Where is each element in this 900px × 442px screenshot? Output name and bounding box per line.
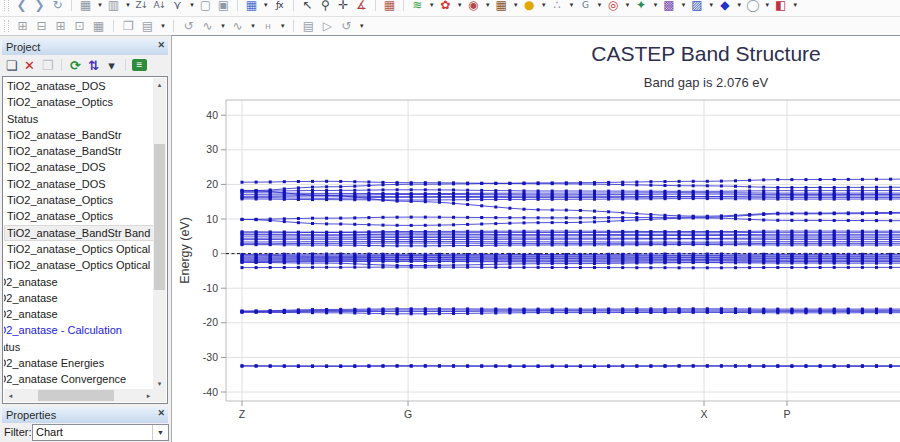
page-forward-icon[interactable]: ❯ [32, 0, 47, 13]
chevron-down-icon[interactable]: ▼ [97, 2, 103, 8]
chevron-down-icon[interactable]: ▼ [152, 425, 168, 440]
project-tree-item[interactable]: Status [4, 339, 155, 355]
project-tree-item[interactable]: TiO2_anatase_BandStr [4, 127, 155, 143]
study-table-icon[interactable]: ▦ [382, 0, 397, 13]
tree-vscrollbar[interactable]: ▴ ▾ [153, 78, 166, 390]
measure-icon[interactable]: ∡ [354, 0, 369, 13]
chevron-down-icon[interactable]: ▼ [457, 2, 463, 8]
chevron-down-icon[interactable]: ▼ [569, 2, 575, 8]
new-document-icon[interactable]: ❏ [4, 58, 19, 73]
project-tree-item[interactable]: TiO2_anatase_DOS [4, 176, 155, 192]
chevron-down-icon[interactable]: ▼ [541, 2, 547, 8]
insert-cell-icon[interactable]: ⊞ [53, 19, 68, 34]
module-morphology-icon[interactable]: ∴ [550, 0, 565, 13]
project-tree-item[interactable]: TiO2_anatase - Calculation [4, 322, 155, 338]
project-tree-item[interactable]: TiO2_anatase_Optics Optical Properties [4, 241, 155, 257]
function-icon[interactable]: ƒx [272, 0, 287, 13]
module-dmol-icon[interactable]: ✦ [633, 0, 648, 13]
project-tree-item[interactable]: TiO2_anatase_Optics [4, 208, 155, 224]
duplicate-icon[interactable]: ❐ [40, 58, 55, 73]
scroll-up-icon[interactable]: ▴ [153, 78, 166, 91]
sort-descending-icon[interactable]: Z↓ [134, 0, 149, 13]
project-tree-item[interactable]: TiO2_anatase [4, 274, 155, 290]
color-map-icon[interactable]: ▦ [244, 0, 259, 13]
chevron-down-icon[interactable]: ▼ [513, 2, 519, 8]
refresh-icon[interactable]: ⟳ [68, 58, 83, 73]
page-back-icon[interactable]: ❮ [14, 0, 29, 13]
cell-format-icon[interactable]: ▢ [198, 0, 213, 13]
bond-single-icon[interactable]: ∿ [200, 19, 215, 34]
chevron-down-icon[interactable]: ▼ [708, 2, 714, 8]
chart-display-icon[interactable]: ▥ [106, 0, 121, 13]
delete-item-icon[interactable]: ✕ [22, 58, 37, 73]
table-display-icon[interactable]: ▦ [78, 0, 93, 13]
filter-rows-icon[interactable]: ⋎ [170, 0, 185, 13]
module-forcite-icon[interactable]: ≋ [410, 0, 425, 13]
translate-view-icon[interactable]: ✛ [336, 0, 351, 13]
cell-style-icon[interactable]: ▣ [216, 0, 231, 13]
chevron-down-icon[interactable]: ▼ [189, 2, 195, 8]
scroll-left-icon[interactable]: ◂ [4, 389, 17, 402]
adjust-hydrogen-icon[interactable]: ʜ [260, 19, 275, 34]
sketch-ring-icon[interactable]: ↺ [181, 19, 196, 34]
sort-ascending-icon[interactable]: A↓ [152, 0, 167, 13]
insert-column-icon[interactable]: ⊟ [34, 19, 49, 34]
library-book-icon[interactable]: ≡ [132, 59, 147, 71]
record-script-icon[interactable]: ↺ [339, 19, 354, 34]
project-tree-item[interactable]: TiO2_anatase_BandStr Band Structure [4, 225, 155, 241]
chevron-down-icon[interactable]: ▼ [250, 23, 256, 29]
chevron-down-icon[interactable]: ▼ [280, 23, 286, 29]
insert-row-icon[interactable]: ⊞ [15, 19, 30, 34]
chevron-down-icon[interactable]: ▼ [125, 2, 131, 8]
chevron-down-icon[interactable]: ▼ [597, 2, 603, 8]
vscroll-thumb[interactable] [154, 144, 165, 290]
project-tree-item[interactable]: TiO2_anatase_DOS [4, 78, 155, 94]
chevron-down-icon[interactable]: ▼ [220, 23, 226, 29]
paste-special-icon[interactable]: ❐ [121, 19, 136, 34]
hscroll-thumb[interactable] [38, 390, 114, 401]
module-onetep-icon[interactable]: ▩ [661, 0, 676, 13]
table-properties-icon[interactable]: ▦ [91, 19, 106, 34]
module-conformers-icon[interactable]: ◉ [466, 0, 481, 13]
chevron-down-icon[interactable]: ▼ [359, 23, 365, 29]
project-tree-item[interactable]: TiO2_anatase_Optics [4, 192, 155, 208]
module-blends-icon[interactable]: ▦ [494, 0, 509, 13]
module-amorphous-icon[interactable]: ✿ [438, 0, 453, 13]
bond-double-icon[interactable]: ∿ [230, 19, 245, 34]
project-tree-item[interactable]: TiO2_anatase Energies [4, 355, 155, 371]
project-tree-item[interactable]: TiO2_anatase_DOS [4, 159, 155, 175]
module-reflex-icon[interactable]: ◧ [773, 0, 788, 13]
chevron-down-icon[interactable]: ▼ [263, 2, 269, 8]
module-gulp-icon[interactable]: G [578, 0, 593, 13]
run-script-icon[interactable]: ▷ [320, 19, 335, 34]
chevron-down-icon[interactable]: ▼ [160, 23, 166, 29]
chevron-down-icon[interactable]: ▼ [624, 2, 630, 8]
page-flip-icon[interactable]: ↻ [50, 0, 65, 13]
module-qsar-icon[interactable]: ◆ [717, 0, 732, 13]
filter-combobox[interactable]: Chart ▼ [32, 424, 169, 441]
sort-options-chevron-icon[interactable]: ▾ [104, 58, 119, 73]
tree-hscrollbar[interactable]: ◂ ▸ [4, 389, 155, 402]
module-vamp-icon[interactable]: ▨ [689, 0, 704, 13]
chevron-down-icon[interactable]: ▼ [736, 2, 742, 8]
zoom-icon[interactable]: ⚲ [318, 0, 333, 13]
project-tree-item[interactable]: TiO2_anatase_Optics [4, 94, 155, 110]
project-tree-item[interactable]: TiO2_anatase [4, 290, 155, 306]
edit-grid-icon[interactable]: ▤ [140, 19, 155, 34]
close-icon[interactable]: ✕ [157, 408, 165, 418]
module-sketch-icon[interactable]: ◯ [745, 0, 760, 13]
chevron-down-icon[interactable]: ▼ [485, 2, 491, 8]
project-tree-item[interactable]: Status [4, 111, 155, 127]
delete-cell-icon[interactable]: ⊡ [72, 19, 87, 34]
project-tree-item[interactable]: TiO2_anatase_Optics Optical Properties [4, 257, 155, 273]
module-mesocite-icon[interactable]: ● [522, 0, 537, 13]
select-cursor-icon[interactable]: ↖ [300, 0, 315, 13]
chevron-down-icon[interactable]: ▼ [764, 2, 770, 8]
chevron-down-icon[interactable]: ▼ [792, 2, 798, 8]
chevron-down-icon[interactable]: ▼ [680, 2, 686, 8]
project-tree-item[interactable]: TiO2_anatase [4, 306, 155, 322]
chevron-down-icon[interactable]: ▼ [652, 2, 658, 8]
project-tree-item[interactable]: TiO2_anatase Convergence [4, 371, 155, 387]
close-icon[interactable]: ✕ [157, 40, 165, 50]
script-document-icon[interactable]: ▤ [301, 19, 316, 34]
